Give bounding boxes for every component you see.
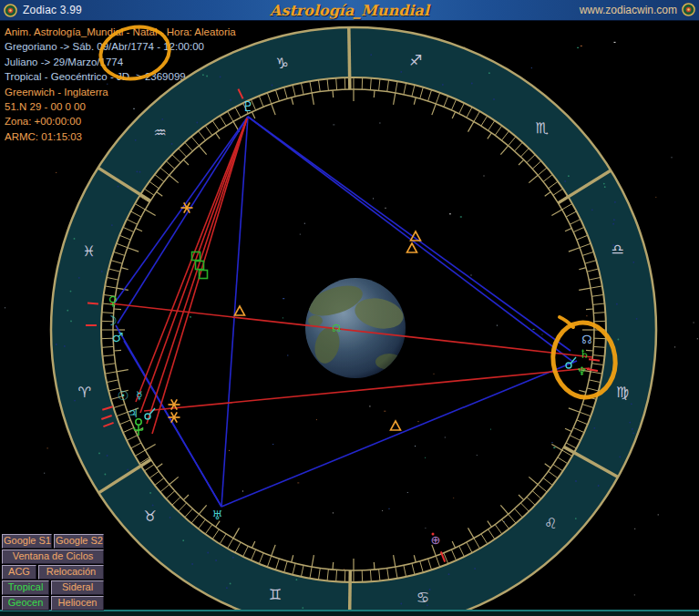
aspect-line-red	[152, 118, 247, 434]
aspect-line-blue	[248, 117, 574, 363]
star-speck	[586, 315, 587, 316]
aspect-line-blue	[221, 117, 248, 507]
button-google-s2[interactable]: Google S2	[54, 534, 104, 549]
zodiac-sign-virgo: ♍	[616, 384, 629, 401]
star-speck	[418, 421, 419, 422]
zodiac-sign-aries: ♈	[78, 384, 91, 401]
planet-mercury: ☿	[136, 389, 142, 402]
info-line: Gregoriano -> Sáb. 09/Abr/1774 - 12:00:0…	[5, 39, 236, 54]
aspect-line-blue	[221, 361, 577, 507]
square-aspect-icon	[196, 262, 204, 270]
planet-moon: ☽	[106, 313, 118, 328]
zodiac-sign-gemini: ♊	[269, 586, 282, 603]
star-speck	[44, 473, 45, 474]
star-speck	[283, 298, 284, 299]
button-heliocen[interactable]: Heliocen	[51, 596, 104, 611]
zodiac-sign-cancer: ♋	[416, 589, 429, 606]
aspect-line-blue	[116, 325, 221, 507]
star-speck	[490, 429, 491, 430]
sextile-aspect-icon	[169, 412, 180, 422]
square-aspect-icon	[200, 271, 208, 279]
star-speck	[242, 491, 243, 492]
star-speck	[379, 123, 380, 124]
star-speck	[672, 157, 673, 158]
star-speck	[453, 498, 454, 498]
planet-mars: ♂	[112, 330, 124, 344]
planet-degree-tick	[587, 369, 598, 371]
star-speck	[553, 447, 555, 448]
aspect-line-blue	[124, 341, 221, 507]
planet-neptune: ♆	[576, 364, 587, 378]
button-google-s1[interactable]: Google S1	[2, 534, 52, 549]
zodiac-sign-sagittarius: ♐	[409, 52, 422, 69]
star-speck	[425, 528, 426, 529]
star-speck	[333, 334, 334, 334]
star-speck	[471, 275, 472, 276]
star-speck	[552, 442, 553, 443]
window-bottom-edge	[0, 610, 699, 616]
star-speck	[697, 338, 698, 339]
star-speck	[337, 363, 338, 364]
planet-uranus: ♅	[211, 508, 222, 522]
star-speck	[344, 569, 344, 570]
star-speck	[434, 374, 435, 375]
star-speck	[47, 447, 48, 448]
star-speck	[531, 67, 532, 68]
star-speck	[425, 457, 426, 458]
star-speck	[229, 450, 230, 451]
house-cusp-line	[98, 459, 150, 493]
planet-degree-tick	[103, 423, 113, 426]
star-speck	[655, 197, 656, 198]
planet-degree-tick	[102, 406, 112, 410]
house-cusp-line	[564, 447, 618, 477]
button-ventana-de-ciclos[interactable]: Ventana de Ciclos	[2, 549, 104, 564]
star-speck	[658, 514, 659, 515]
star-speck	[634, 529, 635, 529]
button-sideral[interactable]: Sideral	[51, 580, 104, 595]
star-speck	[56, 172, 57, 173]
aspect-line-red	[147, 118, 247, 424]
aspect-line-red	[140, 118, 247, 413]
star-speck	[369, 406, 370, 406]
planet-degree-tick	[87, 303, 98, 303]
website-label: www.zodiacwin.com	[580, 4, 677, 16]
chart-info-panel: Anim. Astrología_Mundial - Natal - Hora:…	[5, 25, 236, 144]
button-acg[interactable]: ACG	[2, 565, 36, 580]
info-line: Tropical - Geocéntrico - JD -> 2369099	[5, 69, 236, 84]
info-line: Zona: +00:00:00	[5, 114, 236, 128]
planet-saturn: ♄	[579, 347, 590, 361]
app-logo-icon[interactable]	[4, 4, 17, 17]
star-speck	[389, 508, 390, 509]
earth-globe	[304, 278, 406, 378]
star-speck	[503, 521, 505, 522]
button-geocen[interactable]: Geocen	[2, 596, 49, 611]
annotation-planets-circle	[549, 319, 621, 402]
planet-asteroid-a	[145, 408, 155, 419]
star-speck	[333, 124, 334, 125]
star-speck	[415, 446, 416, 447]
star-speck	[674, 346, 675, 347]
star-speck	[386, 342, 387, 343]
star-speck	[533, 329, 535, 330]
app-title: Zodiac 3.99	[23, 4, 82, 16]
star-speck	[484, 176, 485, 177]
star-speck	[304, 223, 305, 224]
star-speck	[614, 42, 616, 43]
button-relocaci-n[interactable]: Relocación	[38, 565, 104, 580]
star-speck	[384, 411, 385, 412]
planet-north-node: ☊	[581, 333, 592, 346]
info-line: 51.N 29 - 00 0 00	[5, 99, 236, 114]
star-speck	[445, 437, 446, 438]
star-speck	[283, 317, 283, 318]
info-line: Juliano -> 29/Marzo/1774	[5, 55, 236, 69]
square-aspect-icon	[192, 252, 200, 261]
star-speck	[300, 234, 301, 235]
star-speck	[542, 334, 543, 335]
button-tropical[interactable]: Tropical	[2, 580, 49, 595]
planet-sun: ☉	[118, 388, 129, 403]
star-speck	[272, 444, 273, 445]
house-cusp-line	[349, 27, 350, 89]
title-bar: Zodiac 3.99 Astrología_Mundial www.zodia…	[0, 0, 699, 21]
info-line: ARMC: 01:15:03	[5, 129, 236, 144]
control-button-panel: Google S1Google S2Ventana de CiclosACGRe…	[2, 534, 104, 611]
